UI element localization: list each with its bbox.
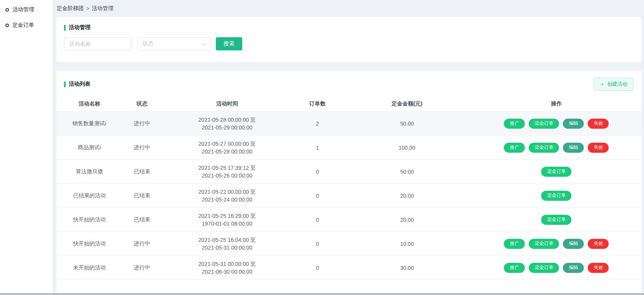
table-row: 算法撒旦撒 已结束 2021-05-25 17:39:12 至 2021-05-… [56,160,641,184]
order-count-cell: 0 [293,241,342,247]
activity-time-cell: 2021-05-31 00:00:00 至 2021-06-30 00:00:0… [161,260,293,276]
order-count-cell: 0 [293,169,342,175]
activity-list-title: 活动列表 [64,81,90,88]
create-activity-label: 创建活动 [607,81,627,88]
activity-name-cell: 未开始的活动 [56,264,122,271]
deposit-amount-cell: 20.00 [342,217,472,223]
promote-button[interactable]: 推广 [504,119,525,129]
edit-button[interactable]: 编辑 [563,263,584,273]
actions-cell: 定金订单 [472,191,641,201]
section-bar-icon [64,25,66,31]
promote-button[interactable]: 推广 [504,143,525,153]
sidebar-item-activity-management[interactable]: 活动管理 [0,3,53,16]
promote-button[interactable]: 推广 [504,239,525,249]
table-row: 快开始的活动 进行中 2021-05-25 16:04:00 至 2021-05… [56,232,641,256]
main-content: 定金阶梯团 > 活动管理 活动管理 状态 搜索 [53,0,644,295]
order-count-cell: 0 [293,217,342,223]
status-cell: 进行中 [122,240,161,247]
table-header-row: 活动名称 状态 活动时间 订单数 定金金额(元) 操作 [56,96,641,112]
actions-cell: 推广定金订单编辑失效 [472,119,641,129]
breadcrumb-parent[interactable]: 定金阶梯团 [57,5,84,12]
time-start: 2021-05-25 16:29:00 至 [161,212,293,220]
deposit-orders-button[interactable]: 定金订单 [529,119,559,129]
invalidate-button[interactable]: 失效 [588,263,609,273]
time-start: 2021-05-31 00:00:00 至 [161,260,293,268]
activity-table: 活动名称 状态 活动时间 订单数 定金金额(元) 操作 销售数量测试i 进行中 … [56,96,641,280]
activity-name-input[interactable] [64,37,132,50]
activity-list-panel: 活动列表 ＋ 创建活动 活动名称 状态 活动时间 订单数 定金金额(元) 操作 … [56,71,641,295]
edit-button[interactable]: 编辑 [563,143,584,153]
edit-button[interactable]: 编辑 [563,119,584,129]
sidebar: 活动管理 定金订单 [0,0,53,295]
deposit-orders-button[interactable]: 定金订单 [541,167,571,177]
deposit-orders-button[interactable]: 定金订单 [541,215,571,225]
breadcrumb-current: 活动管理 [92,5,113,12]
actions-cell: 推广定金订单编辑失效 [472,143,641,153]
activity-time-cell: 2021-05-28 00:00:00 至 2021-05-29 00:00:0… [161,116,293,131]
time-start: 2021-05-25 16:04:00 至 [161,236,293,244]
status-cell: 已结束 [122,216,161,223]
table-row: 销售数量测试i 进行中 2021-05-28 00:00:00 至 2021-0… [56,112,641,136]
table-row: 未开始的活动 进行中 2021-05-31 00:00:00 至 2021-06… [56,256,641,280]
activity-name-cell: 算法撒旦撒 [56,168,122,175]
time-start: 2021-05-28 00:00:00 至 [161,116,293,124]
status-cell: 已结束 [122,192,161,199]
edit-button[interactable]: 编辑 [563,239,584,249]
status-select-placeholder: 状态 [142,40,153,47]
time-end: 1970-01-01 08:00:00 [161,220,293,228]
table-row: 商品测试i 进行中 2021-05-27 00:00:00 至 2021-05-… [56,136,641,160]
deposit-orders-button[interactable]: 定金订单 [529,143,559,153]
invalidate-button[interactable]: 失效 [588,119,609,129]
time-start: 2021-05-22 00:00:00 至 [161,188,293,196]
actions-cell: 推广定金订单编辑失效 [472,263,641,273]
column-header-orders: 订单数 [293,100,342,107]
activity-name-cell: 快开始的活动 [56,216,122,223]
table-row: 已结束的活动 已结束 2021-05-22 00:00:00 至 2021-05… [56,184,641,208]
order-count-cell: 1 [293,145,342,151]
time-end: 2021-05-24 00:00:00 [161,196,293,204]
time-end: 2021-05-28 00:00:00 [161,148,293,155]
app-window: 活动管理 定金订单 定金阶梯团 > 活动管理 活动管理 状态 [0,0,644,295]
table-row: 快开始的活动 已结束 2021-05-25 16:29:00 至 1970-01… [56,208,641,232]
status-cell: 进行中 [122,120,161,127]
actions-cell: 推广定金订单编辑失效 [472,239,641,249]
search-panel-title-text: 活动管理 [69,24,90,31]
time-end: 2021-05-29 00:00:00 [161,124,293,131]
section-bar-icon [64,81,66,87]
status-cell: 进行中 [122,264,161,271]
actions-cell: 定金订单 [472,215,641,225]
column-header-name: 活动名称 [56,100,122,107]
time-start: 2021-05-27 00:00:00 至 [161,140,293,148]
status-select[interactable]: 状态 [137,37,210,50]
activity-time-cell: 2021-05-27 00:00:00 至 2021-05-28 00:00:0… [161,140,293,155]
time-start: 2021-05-25 17:39:12 至 [161,164,293,172]
column-header-time: 活动时间 [161,100,293,107]
column-header-status: 状态 [122,100,161,107]
activity-name-cell: 已结束的活动 [56,192,122,199]
breadcrumb: 定金阶梯团 > 活动管理 [53,0,644,17]
column-header-actions: 操作 [472,100,641,107]
invalidate-button[interactable]: 失效 [588,239,609,249]
chevron-down-icon [202,41,207,45]
time-end: 2021-06-30 00:00:00 [161,268,293,276]
invalidate-button[interactable]: 失效 [588,143,609,153]
table-body: 销售数量测试i 进行中 2021-05-28 00:00:00 至 2021-0… [56,112,641,280]
deposit-orders-button[interactable]: 定金订单 [541,191,571,201]
horizontal-scrollbar[interactable] [0,293,644,295]
deposit-orders-button[interactable]: 定金订单 [529,263,559,273]
deposit-amount-cell: 50.00 [342,169,472,175]
search-button[interactable]: 搜索 [216,37,242,50]
breadcrumb-separator: > [86,5,89,12]
activity-time-cell: 2021-05-22 00:00:00 至 2021-05-24 00:00:0… [161,188,293,204]
status-cell: 已结束 [122,168,161,175]
deposit-amount-cell: 30.00 [342,265,472,271]
promote-button[interactable]: 推广 [504,263,525,273]
time-end: 2021-05-26 00:00:00 [161,172,293,179]
search-form: 状态 搜索 [64,37,634,50]
order-count-cell: 0 [293,265,342,271]
status-cell: 进行中 [122,144,161,151]
create-activity-button[interactable]: ＋ 创建活动 [594,78,634,91]
time-end: 2021-05-31 00:00:00 [161,244,293,252]
sidebar-item-deposit-orders[interactable]: 定金订单 [0,19,53,32]
deposit-orders-button[interactable]: 定金订单 [529,239,559,249]
